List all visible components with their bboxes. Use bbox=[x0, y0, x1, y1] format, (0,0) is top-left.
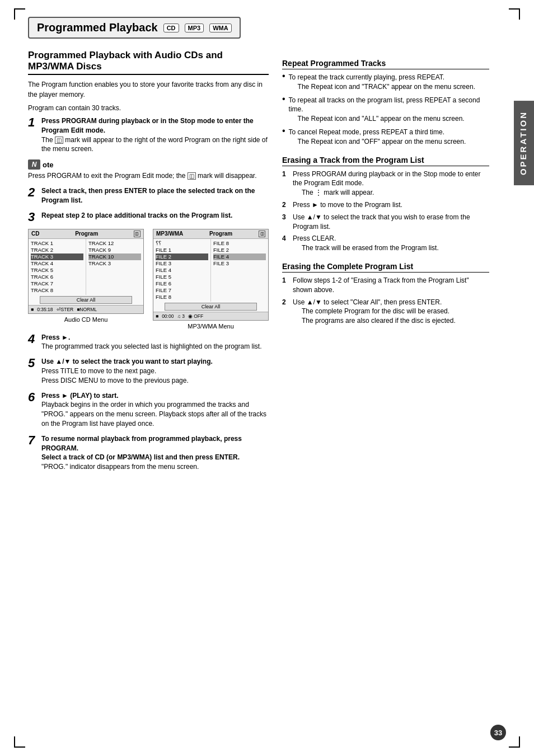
right-column: Repeat Programmed Tracks • To repeat the… bbox=[282, 50, 512, 477]
erase-track-step-3: 3 Use ▲/▼ to select the track that you w… bbox=[282, 213, 489, 232]
erase-complete-step-2: 2 Use ▲/▼ to select "Clear All", then pr… bbox=[282, 298, 489, 326]
main-heading: Programmed Playback with Audio CDs and M… bbox=[28, 50, 269, 75]
cd-prog-track-10: TRACK 10 bbox=[88, 253, 141, 260]
erase-track-step-1-text: Press PROGRAM during playback or in the … bbox=[293, 170, 489, 189]
menu-screenshots: CD Program ◫ TRACK 1 TRACK 2 TRACK 3 TRA… bbox=[28, 229, 269, 330]
intro-text-2: Program can contain 30 tracks. bbox=[28, 103, 269, 113]
mp3-menu-program-label: Program bbox=[209, 231, 232, 237]
step-5-content: Use ▲/▼ to select the track you want to … bbox=[41, 357, 269, 385]
mp3-menu-screen: MP3/WMA Program ◫ ⸮⸮ FILE 1 FILE 2 FILE … bbox=[153, 229, 269, 321]
cd-menu-lists: TRACK 1 TRACK 2 TRACK 3 TRACK 4 TRACK 5 … bbox=[29, 239, 143, 295]
step-6: 6 Press ► (PLAY) to start. Playback begi… bbox=[28, 391, 269, 429]
erase-complete-step-2-num: 2 bbox=[282, 298, 290, 326]
cd-menu-wrapper: CD Program ◫ TRACK 1 TRACK 2 TRACK 3 TRA… bbox=[28, 229, 144, 330]
mp3-prog-icon: ◫ bbox=[259, 231, 265, 237]
step-1-normal: The ◫ mark will appear to the right of t… bbox=[41, 135, 269, 154]
operation-tab: OPERATION bbox=[514, 101, 534, 185]
mp3-file-3: FILE 3 bbox=[156, 260, 208, 267]
mp3-file-4: FILE 4 bbox=[156, 267, 208, 274]
page-header: Programmed Playback CD MP3 WMA bbox=[28, 17, 241, 39]
cd-track-5: TRACK 5 bbox=[31, 267, 83, 274]
erase-complete-step-1-num: 1 bbox=[282, 276, 290, 295]
mp3-file-6: FILE 6 bbox=[156, 280, 208, 287]
cd-status-ster: ⏎STER bbox=[57, 307, 74, 312]
bullet-dot-2: • bbox=[282, 95, 285, 124]
mp3-file-5: FILE 5 bbox=[156, 274, 208, 280]
step-4-bold: Press ►. bbox=[41, 333, 269, 342]
cd-menu-label: Audio CD Menu bbox=[28, 316, 144, 323]
bullet-1-main: To repeat the track currently playing, p… bbox=[289, 73, 475, 82]
intro-text-1: The Program function enables you to stor… bbox=[28, 79, 269, 100]
erase-track-step-4: 4 Press CLEAR. The track will be erased … bbox=[282, 234, 489, 253]
section3-title: Erasing the Complete Program List bbox=[282, 262, 489, 273]
corner-mark-bl bbox=[14, 736, 25, 748]
bullet-1-content: To repeat the track currently playing, p… bbox=[289, 73, 475, 92]
mp3-status-time: 00:00 bbox=[162, 313, 174, 319]
step-4-content: Press ►. The programmed track you select… bbox=[41, 333, 269, 352]
erase-track-step-2-num: 2 bbox=[282, 200, 290, 210]
bullet-2: • To repeat all tracks on the program li… bbox=[282, 96, 489, 124]
erase-track-step-1-content: Press PROGRAM during playback or in the … bbox=[293, 170, 489, 198]
erase-complete-step-2-content: Use ▲/▼ to select "Clear All", then pres… bbox=[293, 298, 456, 326]
corner-mark-br bbox=[509, 736, 520, 748]
mp3-dots: ⸮⸮ bbox=[156, 240, 208, 247]
step-2: 2 Select a track, then press ENTER to pl… bbox=[28, 186, 269, 205]
erase-complete-step-2-sub1: The complete Program for the disc will b… bbox=[302, 307, 456, 316]
step-3: 3 Repeat step 2 to place additional trac… bbox=[28, 211, 269, 223]
mp3-right-list: FILE 8 FILE 2 FILE 4 FILE 3 bbox=[210, 239, 268, 302]
step-4-number: 4 bbox=[28, 333, 38, 345]
cd-menu-title: CD bbox=[31, 231, 39, 237]
step-7-bold1: To resume normal playback from programme… bbox=[41, 434, 269, 453]
step-7: 7 To resume normal playback from program… bbox=[28, 434, 269, 472]
cd-track-6: TRACK 6 bbox=[31, 274, 83, 280]
cd-clear-btn: Clear All bbox=[40, 296, 132, 304]
mp3-prog-file-4: FILE 4 bbox=[213, 253, 266, 260]
bullet-2-content: To repeat all tracks on the program list… bbox=[289, 96, 489, 124]
step-7-number: 7 bbox=[28, 434, 38, 447]
step-1-content: Press PROGRAM during playback or in the … bbox=[41, 116, 269, 154]
erase-track-step-4-sub: The track will be erased from the Progra… bbox=[302, 243, 439, 253]
cd-track-4: TRACK 4 bbox=[31, 260, 83, 267]
mp3-file-8: FILE 8 bbox=[156, 294, 208, 300]
step-2-bold: Select a track, then press ENTER to plac… bbox=[41, 186, 269, 205]
erase-complete-step-1: 1 Follow steps 1-2 of "Erasing a Track f… bbox=[282, 276, 489, 295]
repeat-tracks-list: • To repeat the track currently playing,… bbox=[282, 73, 489, 147]
erase-track-step-1-sub: The ⋮ mark will appear. bbox=[302, 188, 489, 198]
page-number: 33 bbox=[490, 725, 506, 740]
cd-right-list: TRACK 12 TRACK 9 TRACK 10 TRACK 3 bbox=[86, 239, 143, 295]
mp3-file-1: FILE 1 bbox=[156, 247, 208, 253]
step-2-content: Select a track, then press ENTER to plac… bbox=[41, 186, 269, 205]
erase-complete-step-1-text: Follow steps 1-2 of "Erasing a Track fro… bbox=[293, 276, 489, 295]
cd-menu-program-label: Program bbox=[75, 231, 98, 237]
step-5-bold: Use ▲/▼ to select the track you want to … bbox=[41, 357, 269, 367]
step-3-content: Repeat step 2 to place additional tracks… bbox=[41, 211, 269, 220]
mp3-left-list: ⸮⸮ FILE 1 FILE 2 FILE 3 FILE 4 FILE 5 FI… bbox=[153, 239, 210, 302]
mp3-menu-wrapper: MP3/WMA Program ◫ ⸮⸮ FILE 1 FILE 2 FILE … bbox=[153, 229, 269, 330]
mp3-menu-label: MP3/WMA Menu bbox=[153, 323, 269, 330]
page-container: OPERATION 33 Programmed Playback CD MP3 … bbox=[0, 0, 534, 756]
cd-menu-screen: CD Program ◫ TRACK 1 TRACK 2 TRACK 3 TRA… bbox=[28, 229, 144, 314]
cd-track-8: TRACK 8 bbox=[31, 287, 83, 294]
step-7-normal: "PROG." indicator disappears from the me… bbox=[41, 462, 269, 472]
step-3-number: 3 bbox=[28, 211, 38, 223]
cd-track-1: TRACK 1 bbox=[31, 240, 83, 247]
erase-track-step-4-content: Press CLEAR. The track will be erased fr… bbox=[293, 234, 439, 253]
step-5: 5 Use ▲/▼ to select the track you want t… bbox=[28, 357, 269, 385]
cd-track-3-selected: TRACK 3 bbox=[31, 253, 83, 260]
erase-track-step-2-text: Press ► to move to the Program list. bbox=[293, 200, 402, 210]
erase-track-step-3-num: 3 bbox=[282, 213, 290, 232]
bullet-1: • To repeat the track currently playing,… bbox=[282, 73, 489, 92]
step-1-bold: Press PROGRAM during playback or in the … bbox=[41, 116, 269, 135]
step-1-number: 1 bbox=[28, 116, 38, 129]
bullet-2-main: To repeat all tracks on the program list… bbox=[289, 96, 489, 115]
mp3-status-off: ◉ OFF bbox=[188, 313, 203, 319]
step-7-content: To resume normal playback from programme… bbox=[41, 434, 269, 472]
erase-complete-list: 1 Follow steps 1-2 of "Erasing a Track f… bbox=[282, 276, 489, 326]
corner-mark-tr bbox=[509, 8, 520, 20]
cd-prog-track-12: TRACK 12 bbox=[88, 240, 141, 247]
step-3-bold: Repeat step 2 to place additional tracks… bbox=[41, 211, 269, 220]
cd-prog-track-3: TRACK 3 bbox=[88, 260, 141, 267]
bullet-2-sub: The Repeat icon and "ALL" appear on the … bbox=[298, 114, 489, 124]
erase-track-list: 1 Press PROGRAM during playback or in th… bbox=[282, 170, 489, 253]
content-columns: Programmed Playback with Audio CDs and M… bbox=[28, 50, 512, 477]
